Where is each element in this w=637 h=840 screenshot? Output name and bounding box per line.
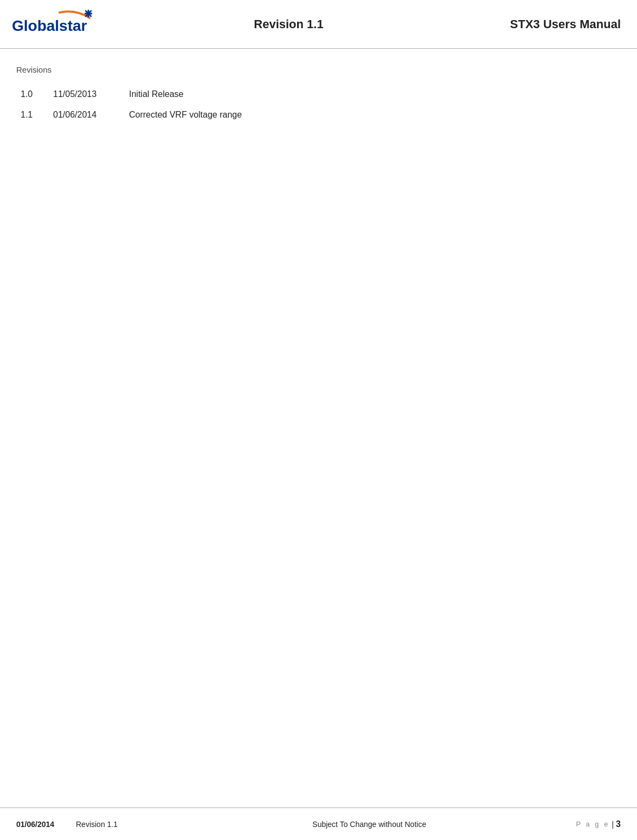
svg-text:Globalstar: Globalstar <box>12 17 87 34</box>
footer-page-separator: | <box>612 820 614 829</box>
globalstar-logo: Globalstar <box>11 8 98 41</box>
footer-date: 01/06/2014 <box>16 820 76 829</box>
footer-page-number: 3 <box>616 819 621 829</box>
revision-version: 1.1 <box>16 105 49 125</box>
logo-area: Globalstar <box>11 8 108 41</box>
revisions-section-title: Revisions <box>16 65 621 74</box>
table-row: 1.011/05/2013Initial Release <box>16 84 621 105</box>
revision-description: Corrected VRF voltage range <box>125 105 621 125</box>
header-revision: Revision 1.1 <box>108 17 469 31</box>
revision-date: 01/06/2014 <box>49 105 125 125</box>
page-header: Globalstar Revision 1.1 STX3 Users Manua… <box>0 0 637 49</box>
revision-label: Revision 1.1 <box>254 17 323 31</box>
revisions-table: 1.011/05/2013Initial Release1.101/06/201… <box>16 84 621 125</box>
page-content: Revisions 1.011/05/2013Initial Release1.… <box>0 49 637 169</box>
footer-subject: Subject To Change without Notice <box>163 820 576 829</box>
manual-title-label: STX3 Users Manual <box>510 17 621 31</box>
revision-description: Initial Release <box>125 84 621 105</box>
footer-page: P a g e | 3 <box>576 819 621 829</box>
footer-page-label: P a g e <box>576 820 609 828</box>
table-row: 1.101/06/2014Corrected VRF voltage range <box>16 105 621 125</box>
header-manual-title: STX3 Users Manual <box>469 17 621 31</box>
footer-revision: Revision 1.1 <box>76 820 163 829</box>
page-footer: 01/06/2014 Revision 1.1 Subject To Chang… <box>0 807 637 840</box>
revision-version: 1.0 <box>16 84 49 105</box>
revision-date: 11/05/2013 <box>49 84 125 105</box>
